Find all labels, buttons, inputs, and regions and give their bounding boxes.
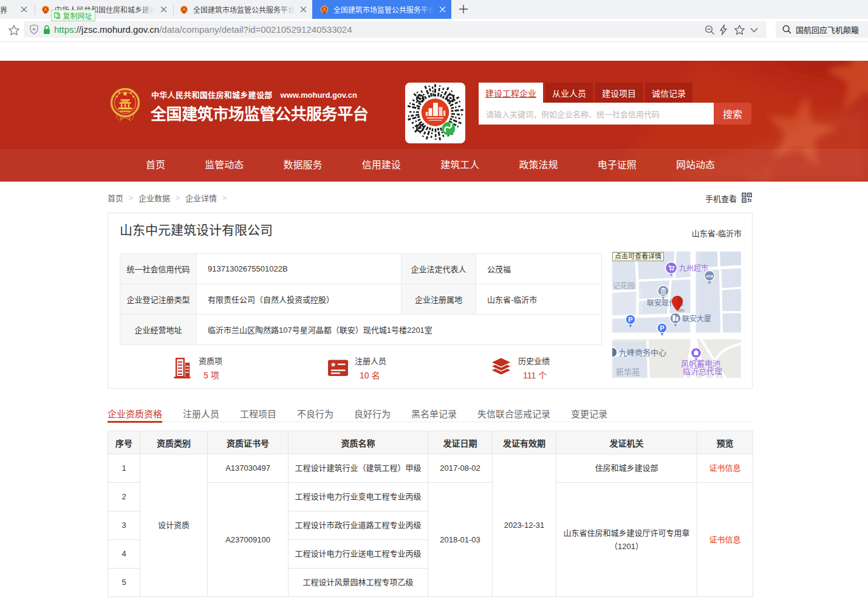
- breadcrumb-company-data[interactable]: 企业数据: [138, 192, 170, 203]
- tab-title: 世界: [0, 5, 7, 15]
- url-field[interactable]: https://jzsc.mohurd.gov.cn/data/company/…: [24, 21, 767, 38]
- url-text[interactable]: https://jzsc.mohurd.gov.cn/data/company/…: [54, 24, 352, 35]
- browser-tab-jzsc[interactable]: 全国建筑市场监管公共服务平台: [174, 0, 312, 19]
- map-image: 九州超市 ATM 记花园 联安现代城: [612, 251, 741, 378]
- company-region: 山东省-临沂市: [692, 227, 742, 239]
- qr-view-icon[interactable]: [742, 193, 752, 203]
- nav-item-certificate[interactable]: 电子证照: [598, 157, 637, 174]
- close-icon[interactable]: [300, 6, 307, 13]
- url-path: /data/company/detail?id=0021052912405330…: [159, 24, 352, 35]
- browser-tab-active[interactable]: 全国建筑市场监管公共服务平台: [312, 0, 451, 19]
- breadcrumb-separator: >: [222, 194, 227, 202]
- chevron-down-icon[interactable]: [750, 27, 758, 33]
- nav-item-credit[interactable]: 信用建设: [362, 157, 401, 174]
- national-emblem-icon: [320, 5, 329, 14]
- cell-name: 工程设计风景园林工程专项乙级: [289, 569, 428, 597]
- building-icon: [172, 357, 193, 379]
- company-map[interactable]: 九州超市 ATM 记花园 联安现代城: [612, 251, 741, 378]
- breadcrumb-company-detail[interactable]: 企业详情: [185, 192, 217, 203]
- close-icon[interactable]: [160, 6, 167, 13]
- breadcrumb-separator: >: [129, 194, 133, 202]
- lightning-icon[interactable]: [719, 24, 728, 35]
- tab-bad-behavior[interactable]: 不良行为: [297, 402, 333, 422]
- stat-value[interactable]: 10 名: [355, 369, 386, 381]
- stat-value[interactable]: 5 项: [199, 369, 222, 381]
- nav-item-news[interactable]: 网站动态: [676, 157, 715, 174]
- tab-registered-personnel[interactable]: 注册人员: [183, 402, 219, 422]
- col-issue-date: 发证日期: [428, 431, 493, 454]
- stat-value[interactable]: 111 个: [518, 369, 550, 381]
- zoom-out-icon[interactable]: [705, 25, 715, 35]
- hot-search-box[interactable]: 国航回应飞机颠簸: [776, 21, 868, 38]
- col-validity: 发证有效期: [493, 431, 556, 454]
- stat-label: 历史业绩: [518, 357, 550, 366]
- certificate-info-link[interactable]: 证书信息: [697, 483, 753, 597]
- nav-item-supervision[interactable]: 监管动态: [205, 157, 244, 174]
- search-input[interactable]: 请输入关键词，例如企业名称、统一社会信用代码: [479, 103, 714, 125]
- cell-authority: 住房和城乡建设部: [556, 454, 697, 483]
- tab-good-behavior[interactable]: 良好行为: [354, 402, 391, 422]
- tab-change-records[interactable]: 变更记录: [571, 402, 607, 422]
- col-preview: 预览: [697, 431, 753, 454]
- col-authority: 发证机关: [556, 431, 697, 454]
- shield-icon[interactable]: [30, 24, 38, 35]
- national-emblem-icon: [41, 5, 50, 14]
- cell-name: 工程设计电力行业变电工程专业丙级: [289, 483, 428, 511]
- search-tab-credit-records[interactable]: 诚信记录: [645, 83, 692, 103]
- stat-label: 资质项: [199, 357, 222, 366]
- cell-name: 工程设计建筑行业（建筑工程）甲级: [289, 454, 428, 483]
- search-tab-construction-enterprise[interactable]: 建设工程企业: [479, 83, 543, 103]
- browser-tab-cut[interactable]: 世界: [0, 0, 13, 19]
- national-emblem-icon: [180, 5, 188, 14]
- close-icon[interactable]: [21, 6, 27, 13]
- poi-jiufeng-label: 九峰商务中心: [619, 348, 666, 357]
- poi-battery-label-2: 临沂总代理: [683, 367, 722, 376]
- platform-title: 全国建筑市场监管公共服务平台: [151, 101, 368, 124]
- url-separator: ://: [74, 24, 82, 35]
- certificate-info-link[interactable]: 证书信息: [697, 454, 753, 483]
- qr-code-panel: [405, 83, 465, 143]
- tab-dishonesty[interactable]: 失信联合惩戒记录: [477, 402, 550, 422]
- cell-authority: 山东省住房和城乡建设厅许可专用章（1201）: [556, 483, 697, 597]
- col-index: 序号: [108, 431, 140, 454]
- bookmark-star-icon[interactable]: [8, 24, 20, 36]
- info-value: 91371302675501022B: [197, 254, 402, 284]
- cell-index: 1: [108, 454, 140, 483]
- qr-code-icon: [405, 83, 465, 143]
- tab-blacklist[interactable]: 黑名单记录: [411, 402, 457, 422]
- cell-index: 2: [108, 483, 140, 511]
- info-value: 临沂市兰山区陶然路107号星河晶都（联安）现代城1号楼2201室: [197, 315, 602, 345]
- mobile-view[interactable]: 手机查看: [705, 193, 737, 204]
- close-icon[interactable]: [439, 6, 446, 13]
- search-tab-practitioners[interactable]: 从业人员: [545, 83, 593, 103]
- stat-registered-personnel: 注册人员 10 名: [327, 357, 386, 381]
- qualification-table: 序号 资质类别 资质证书号 资质名称 发证日期 发证有效期 发证机关 预览 1 …: [108, 431, 753, 597]
- cell-cert-no: A237009100: [208, 483, 289, 597]
- search-placeholder: 请输入关键词，例如企业名称、统一社会信用代码: [486, 108, 660, 120]
- info-label: 企业登记注册类型: [120, 284, 197, 315]
- col-cert-no: 资质证书号: [208, 431, 289, 454]
- col-name: 资质名称: [289, 431, 428, 454]
- copy-url-label: 复制网址: [63, 10, 92, 21]
- nav-item-workers[interactable]: 建筑工人: [440, 157, 479, 174]
- national-emblem-logo: [109, 87, 141, 123]
- breadcrumb-home[interactable]: 首页: [108, 192, 123, 203]
- nav-item-policy[interactable]: 政策法规: [519, 157, 558, 174]
- nav-item-home[interactable]: 首页: [146, 157, 165, 174]
- favorite-star-icon[interactable]: [734, 24, 745, 36]
- nav-item-data-service[interactable]: 数据服务: [284, 157, 323, 174]
- stat-qualifications: 资质项 5 项: [172, 357, 222, 381]
- poi-parking-label: P: [628, 316, 632, 323]
- new-tab-icon[interactable]: [459, 4, 468, 14]
- search-button[interactable]: 搜索: [714, 103, 751, 125]
- breadcrumb: 首页 > 企业数据 > 企业详情 >: [108, 192, 232, 203]
- stat-history-performance: 历史业绩 111 个: [490, 357, 550, 381]
- tab-qualifications[interactable]: 企业资质资格: [108, 402, 162, 422]
- table-row: 1 设计资质 A137030497 工程设计建筑行业（建筑工程）甲级 2017-…: [108, 454, 753, 483]
- search-tab-projects[interactable]: 建设项目: [595, 83, 643, 103]
- poi-jiufeng: 九峰商务中心: [612, 347, 666, 357]
- tab-title: 全国建筑市场监管公共服务平台: [193, 4, 298, 15]
- poi-garden-label: 记花园: [613, 281, 635, 290]
- company-name: 山东中元建筑设计有限公司: [120, 220, 273, 238]
- tab-projects[interactable]: 工程项目: [240, 402, 276, 422]
